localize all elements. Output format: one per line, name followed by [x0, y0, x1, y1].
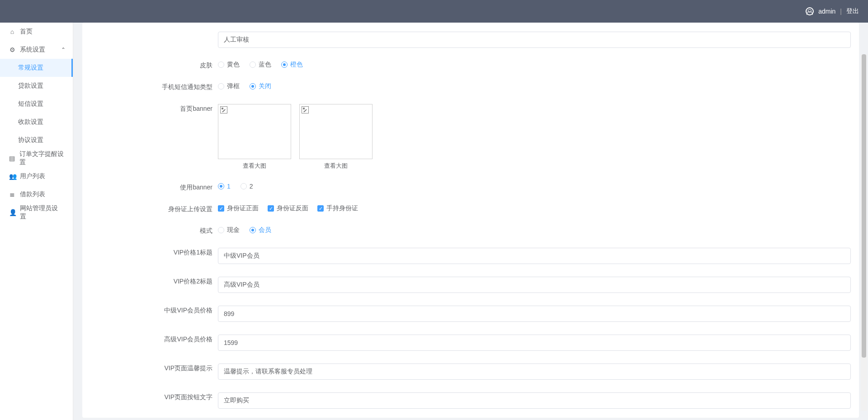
banner-image-1[interactable] [218, 104, 291, 159]
person-icon: 👤 [9, 209, 15, 216]
row-idcard: 身份证上传设置 ✓身份证正面 ✓身份证反面 ✓手持身份证 [82, 202, 859, 213]
sidebar-item-order-tip[interactable]: ▤ 订单文字提醒设置 [0, 149, 73, 167]
sidebar-item-sms[interactable]: 短信设置 [0, 95, 73, 113]
input-high-vip-price[interactable] [218, 335, 851, 351]
label-vip-tip: VIP页面温馨提示 [82, 361, 218, 373]
input-mid-vip-price[interactable] [218, 306, 851, 322]
sidebar-item-agreement[interactable]: 协议设置 [0, 131, 73, 149]
sidebar-item-label: 系统设置 [20, 46, 45, 54]
radio-use-banner-2[interactable]: 2 [241, 183, 253, 190]
radio-mode-cash[interactable]: 现金 [218, 226, 240, 234]
list-alt-icon: ≣ [9, 191, 15, 198]
sidebar-item-general[interactable]: 常规设置 [0, 59, 73, 77]
sidebar-item-borrow-list[interactable]: ≣ 借款列表 [0, 185, 73, 203]
sidebar-item-label: 用户列表 [20, 172, 45, 180]
list-icon: ▤ [9, 155, 15, 161]
radio-sms-popup[interactable]: 弹框 [218, 82, 240, 90]
row-top-input [82, 32, 859, 48]
sidebar-item-label: 首页 [20, 28, 33, 36]
banner-view-large-1[interactable]: 查看大图 [243, 162, 266, 170]
logout-link[interactable]: 登出 [846, 7, 859, 15]
label-vip-btn-text: VIP页面按钮文字 [82, 390, 218, 401]
home-icon: ⌂ [9, 28, 15, 35]
sidebar-item-label: 常规设置 [18, 64, 43, 72]
sidebar-item-label: 订单文字提醒设置 [19, 150, 64, 166]
sidebar-item-label: 贷款设置 [18, 82, 43, 90]
checkbox-id-front[interactable]: ✓身份证正面 [218, 204, 259, 212]
radio-skin-orange[interactable]: 橙色 [281, 61, 303, 69]
row-banner: 首页banner 查看大图 [82, 101, 859, 170]
main-content: 皮肤 黄色 蓝色 橙色 [73, 23, 868, 420]
label-mid-vip-price: 中级VIP会员价格 [82, 303, 218, 315]
sidebar-item-label: 短信设置 [18, 100, 43, 108]
label-high-vip-price: 高级VIP会员价格 [82, 332, 218, 344]
sidebar-item-admin[interactable]: 👤 网站管理员设置 [0, 203, 73, 222]
app-header: admin | 登出 [0, 0, 868, 23]
row-mid-vip-price: 中级VIP会员价格 [82, 303, 859, 322]
sidebar-item-system[interactable]: ⚙ 系统设置 ⌃ [0, 41, 73, 59]
username-label: admin [818, 8, 835, 15]
row-mode: 模式 现金 会员 [82, 223, 859, 235]
banner-item-1: 查看大图 [218, 104, 291, 170]
row-sms-type: 手机短信通知类型 弹框 关闭 [82, 80, 859, 91]
row-use-banner: 使用banner 1 2 [82, 180, 859, 192]
user-area: admin | 登出 [806, 7, 859, 15]
radio-use-banner-1[interactable]: 1 [218, 183, 231, 190]
radio-sms-off[interactable]: 关闭 [250, 82, 271, 90]
checkbox-id-back[interactable]: ✓身份证反面 [268, 204, 308, 212]
radio-skin-yellow[interactable]: 黄色 [218, 61, 240, 69]
radio-mode-member[interactable]: 会员 [250, 226, 271, 234]
avatar-icon [806, 7, 814, 15]
label-sms-type: 手机短信通知类型 [82, 80, 218, 91]
sidebar-item-collect[interactable]: 收款设置 [0, 113, 73, 131]
row-high-vip-price: 高级VIP会员价格 [82, 332, 859, 351]
row-skin: 皮肤 黄色 蓝色 橙色 [82, 58, 859, 70]
label-skin: 皮肤 [82, 58, 218, 70]
sidebar-item-loan[interactable]: 贷款设置 [0, 77, 73, 95]
broken-image-icon [302, 106, 309, 113]
label-banner: 首页banner [82, 101, 218, 113]
vertical-scrollbar[interactable] [861, 54, 867, 411]
input-vip-tip[interactable] [218, 363, 851, 380]
users-icon: 👥 [9, 173, 15, 179]
form-label-hidden [82, 32, 218, 35]
chevron-up-icon: ⌃ [61, 47, 66, 53]
broken-image-icon [220, 106, 227, 113]
sidebar-item-user-list[interactable]: 👥 用户列表 [0, 167, 73, 185]
label-idcard: 身份证上传设置 [82, 202, 218, 213]
header-divider: | [840, 8, 842, 15]
label-use-banner: 使用banner [82, 180, 218, 192]
label-vip-title2: VIP价格2标题 [82, 274, 218, 286]
radio-skin-blue[interactable]: 蓝色 [250, 61, 271, 69]
label-mode: 模式 [82, 223, 218, 235]
row-vip-btn-text: VIP页面按钮文字 [82, 390, 859, 409]
row-vip-title1: VIP价格1标题 [82, 245, 859, 264]
row-vip-title2: VIP价格2标题 [82, 274, 859, 293]
scrollbar-thumb[interactable] [862, 54, 866, 358]
sidebar-item-label: 网站管理员设置 [20, 204, 64, 221]
input-vip-btn-text[interactable] [218, 392, 851, 409]
sidebar-item-label: 借款列表 [20, 190, 45, 198]
input-vip-title2[interactable] [218, 277, 851, 293]
checkbox-id-hand[interactable]: ✓手持身份证 [317, 204, 358, 212]
top-partial-input[interactable] [218, 32, 851, 48]
input-vip-title1[interactable] [218, 248, 851, 264]
sidebar-item-label: 收款设置 [18, 118, 43, 126]
sidebar: ⌂ 首页 ⚙ 系统设置 ⌃ 常规设置 贷款设置 短信设置 收款设置 协议设置 ▤… [0, 23, 73, 420]
banner-image-2[interactable] [299, 104, 373, 159]
banner-item-2: 查看大图 [299, 104, 373, 170]
gear-icon: ⚙ [9, 47, 15, 53]
row-vip-tip: VIP页面温馨提示 [82, 361, 859, 380]
banner-view-large-2[interactable]: 查看大图 [324, 162, 348, 170]
sidebar-item-home[interactable]: ⌂ 首页 [0, 23, 73, 41]
label-vip-title1: VIP价格1标题 [82, 245, 218, 257]
sidebar-item-label: 协议设置 [18, 136, 43, 144]
